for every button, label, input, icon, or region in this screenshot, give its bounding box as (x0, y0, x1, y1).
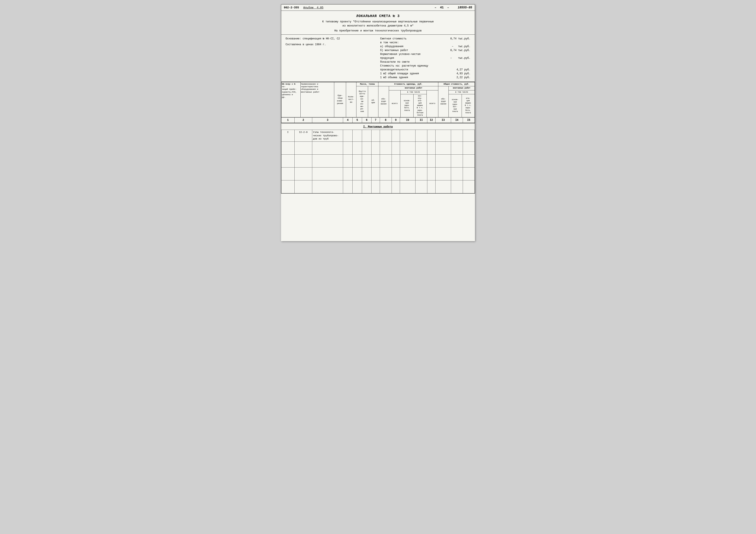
header-mass-group: Масса, тонны (356, 82, 378, 86)
col-num-13: I3 (436, 117, 451, 123)
title-section: ЛОКАЛЬНАЯ СМЕТА № 3 К типовому проекту "… (281, 11, 475, 35)
col-num-2: 2 (294, 117, 312, 123)
table-row: I I2-2-9 Узлы технологи-ческих трубопров… (282, 130, 475, 142)
col-num-3: 3 (312, 117, 343, 123)
col-num-1: 1 (282, 117, 295, 123)
calc-unit-label: Стоимость на: расчетную единицу (380, 64, 471, 68)
album-label: Альбом 4.85 (303, 6, 323, 9)
basis-label: Основание: спецификация № НК-СI, С2 (285, 37, 376, 41)
table-row-empty1 (282, 142, 475, 155)
header-total-mount-base-group: в том числе (449, 90, 475, 94)
row1-col5 (353, 130, 362, 142)
header-mass-total: об-щая (368, 86, 378, 117)
productivity-label: производительности (380, 68, 453, 72)
col-num-10: I0 (400, 117, 416, 123)
section-1-title: I. Монтажные работы (282, 123, 475, 130)
col-num-12: I2 (427, 117, 436, 123)
indicators-label: Показатели по смете (380, 60, 471, 64)
data-rows-table: I. Монтажные работы I I2-2-9 Узлы технол… (281, 123, 475, 193)
main-content: ЛОКАЛЬНАЯ СМЕТА № 3 К типовому проекту "… (281, 11, 475, 193)
header-col3: Еди-ницаизме-рения (334, 82, 346, 117)
col-num-15: I5 (463, 117, 474, 123)
col-num-14: I4 (451, 117, 463, 123)
col-num-9: 9 (392, 117, 400, 123)
equip-label: а) оборудования (380, 44, 452, 48)
info-section: Основание: спецификация № НК-СI, С2 Сост… (281, 35, 475, 82)
prod-label: продукция (380, 56, 450, 60)
document-code: 18555-05 (458, 6, 472, 9)
mount-value: 0,74 тыс.руб. (450, 48, 471, 52)
indicators-row: Показатели по смете (380, 60, 471, 64)
area-row: 1 м2 общей площади здания 4,93 руб. (380, 72, 471, 76)
row1-col10 (400, 130, 416, 142)
volume-label: 1 м3 объема здания (380, 76, 453, 79)
volume-row: 1 м3 объема здания 2,22 руб. (380, 76, 471, 79)
col-num-8: 8 (380, 117, 392, 123)
col-numbers-table: 1 2 3 4 5 6 7 8 9 I0 II I2 I3 I4 I5 (281, 117, 475, 123)
document-header: 902-2-355 Альбом 4.85 – 41 – 18555-05 (281, 4, 475, 11)
page-number: – 41 – (435, 6, 449, 9)
compiled-label: Составлена в ценах 1984 г. (285, 43, 376, 47)
row1-col1: I (282, 130, 295, 142)
row1-col4 (343, 130, 353, 142)
table-row-empty2 (282, 155, 475, 167)
row1-col2: I2-2-9 (294, 130, 312, 142)
header-mount-cost-group: монтажных работ (389, 86, 438, 90)
area-value: 4,93 руб. (453, 72, 471, 76)
including-row: в том числе: (380, 41, 471, 44)
calc-unit-row: Стоимость на: расчетную единицу (380, 64, 471, 68)
col-num-11: II (415, 117, 427, 123)
row1-col9 (392, 130, 400, 142)
col-num-5: 5 (353, 117, 362, 123)
prod-row: продукция – тыс.руб. (380, 56, 471, 60)
header-total-cost-group: Общая стоимость, руб. (438, 82, 474, 86)
productivity-value: 4,27 руб. (453, 68, 471, 72)
equip-value: – тыс.руб. (452, 44, 471, 48)
row1-col15 (463, 130, 474, 142)
cost-label: Сметная стоимость (380, 37, 450, 41)
table-row-empty3 (282, 167, 475, 180)
column-headers-table: №№ Шифр и № по-зиций прейс-куранта,УСН,ц… (281, 82, 475, 117)
mount-row: б) монтажных работ 0,74 тыс.руб. (380, 48, 471, 52)
header-total-equip-cost: обо-рудование (438, 86, 448, 117)
row1-col13 (436, 130, 451, 142)
section-1-header: I. Монтажные работы (282, 123, 475, 130)
main-title: ЛОКАЛЬНАЯ СМЕТА № 3 (285, 14, 471, 18)
header-mount-all: всего (389, 90, 400, 117)
col-num-4: 4 (343, 117, 353, 123)
norm-value: – тыс.руб. (450, 56, 471, 60)
sub-subtitle: На приобретение и монтаж технологических… (285, 29, 471, 32)
header-total-mount-all: всего (426, 90, 438, 117)
header-base-wage: основ-наязара-ботн.плата (401, 94, 414, 117)
header-total-base-wage: основ-наязара-бот-наяплата (449, 94, 462, 117)
equip-row: а) оборудования – тыс.руб. (380, 44, 471, 48)
doc-number: 902-2-355 (284, 6, 299, 9)
row1-col8 (380, 130, 392, 142)
col-num-6: 6 (362, 117, 371, 123)
norm-row: Нормативная условно-чистая (380, 52, 471, 56)
header-unit-cost-group: Стоимость единицы, руб. (378, 82, 438, 86)
table-section: №№ Шифр и № по-зиций прейс-куранта,УСН,ц… (281, 82, 475, 193)
header-total-mach-wage: ата-циямашинВ т.ч.зара-ботн.плата (462, 94, 474, 117)
row1-col14 (451, 130, 463, 142)
area-label: 1 м2 общей площади здания (380, 72, 453, 76)
row1-col11 (415, 130, 427, 142)
header-mount-base-group: в том числе (401, 90, 427, 94)
info-right: Сметная стоимость 0,74 тыс.руб. в том чи… (378, 37, 471, 79)
subtitle: К типовому проекту "Отстойники канализац… (285, 20, 471, 28)
volume-value: 2,22 руб. (453, 76, 471, 79)
including-label: в том числе: (380, 41, 471, 44)
row1-col3: Узлы технологи-ческих трубопрово-дов из … (312, 130, 343, 142)
productivity-row: производительности 4,27 руб. (380, 68, 471, 72)
row1-col12 (427, 130, 436, 142)
row1-col6 (362, 130, 371, 142)
mount-label: б) монтажных работ (380, 48, 450, 52)
col-num-7: 7 (371, 117, 380, 123)
table-row-empty4 (282, 180, 475, 193)
row1-col7 (371, 130, 380, 142)
header-col2: Наименование ихарактеристикаоборудования… (300, 82, 334, 117)
header-col1: №№ Шифр и № по-зиций прейс-куранта,УСН,ц… (282, 82, 301, 117)
cost-row: Сметная стоимость 0,74 тыс.руб. (380, 37, 471, 41)
header-total-mount-group: монтажных работ (449, 86, 475, 90)
norm-label: Нормативная условно-чистая (380, 52, 471, 56)
